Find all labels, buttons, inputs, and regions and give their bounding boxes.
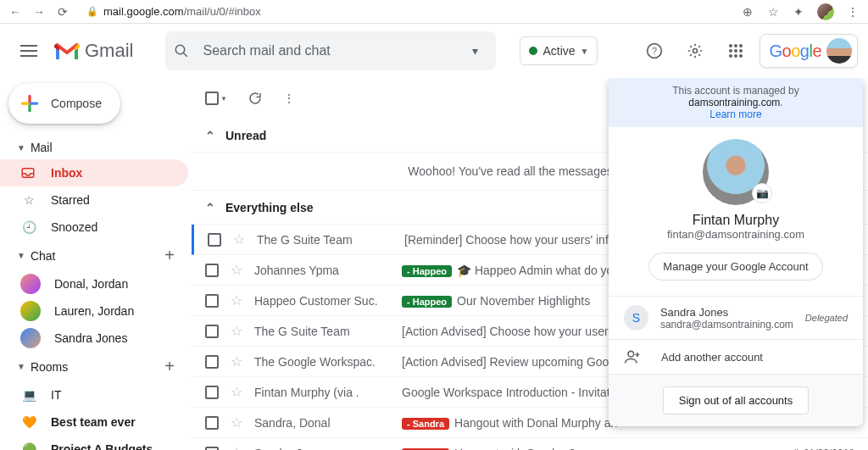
sidebar-item-starred[interactable]: ☆Starred bbox=[0, 186, 188, 214]
mail-sender: Johannes Ypma bbox=[254, 264, 390, 277]
google-account-button[interactable]: Google bbox=[760, 34, 858, 68]
mail-sender: Fintan Murphy (via . bbox=[254, 386, 390, 399]
svg-point-0 bbox=[176, 45, 186, 54]
mail-row[interactable]: ☆Sandra Jones- SandraHangout with Sandra… bbox=[192, 438, 868, 450]
extensions-icon[interactable]: ✦ bbox=[792, 5, 805, 19]
change-photo-button[interactable]: 📷 bbox=[752, 183, 772, 203]
account-avatar-icon bbox=[826, 38, 852, 64]
more-button[interactable]: ⋮ bbox=[283, 92, 295, 105]
sidebar-item-snoozed[interactable]: 🕘Snoozed bbox=[0, 214, 188, 241]
account-switcher-panel: This account is managed by damsontrainin… bbox=[609, 78, 863, 426]
star-button[interactable]: ☆ bbox=[231, 445, 242, 450]
chat-avatar-icon bbox=[20, 328, 41, 348]
settings-icon[interactable] bbox=[678, 34, 712, 68]
room-item[interactable]: 🟢Project A Budgets bbox=[0, 436, 188, 450]
user-email: fintan@damsontraining.com bbox=[626, 228, 846, 241]
label-chip: - Sandra bbox=[402, 418, 449, 430]
main-menu-button[interactable] bbox=[10, 32, 47, 69]
svg-point-6 bbox=[739, 44, 743, 47]
row-checkbox[interactable] bbox=[205, 294, 219, 308]
gmail-m-icon bbox=[54, 41, 80, 61]
clock-icon: 🕘 bbox=[20, 220, 37, 234]
row-checkbox[interactable] bbox=[205, 447, 219, 451]
sign-out-button[interactable]: Sign out of all accounts bbox=[663, 386, 809, 414]
svg-point-10 bbox=[729, 54, 732, 58]
chevron-down-icon: ▼ bbox=[17, 362, 25, 371]
kebab-icon[interactable]: ⋮ bbox=[846, 5, 860, 19]
section-rooms[interactable]: ▼Rooms+ bbox=[0, 352, 188, 381]
row-checkbox[interactable] bbox=[205, 386, 219, 399]
search-placeholder: Search mail and chat bbox=[203, 43, 462, 58]
bookmark-icon[interactable]: ☆ bbox=[766, 5, 780, 19]
forward-icon[interactable]: → bbox=[32, 5, 46, 19]
room-icon: 🧡 bbox=[20, 415, 37, 429]
chat-item[interactable]: Lauren, Jordan bbox=[0, 297, 188, 325]
mail-sender: Sandra, Donal bbox=[254, 416, 390, 430]
star-button[interactable]: ☆ bbox=[231, 292, 242, 308]
chevron-down-icon: ▼ bbox=[17, 251, 25, 260]
compose-button[interactable]: Compose bbox=[8, 83, 120, 124]
star-button[interactable]: ☆ bbox=[231, 323, 242, 339]
chevron-up-icon: ⌃ bbox=[205, 201, 215, 214]
section-mail[interactable]: ▼Mail bbox=[0, 136, 188, 159]
search-bar[interactable]: Search mail and chat ▾ bbox=[165, 31, 496, 70]
svg-text:?: ? bbox=[652, 46, 657, 56]
inbox-icon bbox=[20, 165, 37, 181]
back-icon[interactable]: ← bbox=[8, 5, 22, 19]
section-chat[interactable]: ▼Chat+ bbox=[0, 241, 188, 270]
chat-avatar-icon bbox=[20, 274, 41, 294]
svg-point-8 bbox=[734, 49, 737, 53]
mail-sender: The G Suite Team bbox=[254, 325, 390, 338]
person-add-icon bbox=[624, 348, 649, 365]
search-icon[interactable] bbox=[174, 43, 203, 58]
chevron-down-icon: ▼ bbox=[17, 143, 25, 153]
delegate-avatar-icon: S bbox=[624, 305, 648, 331]
row-checkbox[interactable] bbox=[208, 233, 221, 247]
sidebar: Compose ▼Mail Inbox ☆Starred 🕘Snoozed ▼C… bbox=[0, 78, 192, 450]
add-chat-button[interactable]: + bbox=[164, 246, 175, 265]
room-item[interactable]: 💻IT bbox=[0, 381, 188, 408]
room-item[interactable]: 🧡Best team ever bbox=[0, 408, 188, 436]
svg-point-4 bbox=[729, 44, 732, 47]
room-icon: 🟢 bbox=[20, 442, 37, 450]
managed-account-banner: This account is managed by damsontrainin… bbox=[609, 78, 863, 127]
status-chip[interactable]: Active ▼ bbox=[520, 36, 598, 65]
apps-grid-icon[interactable] bbox=[719, 34, 753, 68]
star-button[interactable]: ☆ bbox=[231, 384, 242, 400]
row-checkbox[interactable] bbox=[205, 325, 219, 338]
sidebar-item-inbox[interactable]: Inbox bbox=[0, 159, 188, 186]
add-room-button[interactable]: + bbox=[164, 357, 175, 376]
svg-point-3 bbox=[693, 49, 698, 53]
refresh-button[interactable] bbox=[248, 91, 263, 106]
add-account-button[interactable]: Add another account bbox=[609, 339, 863, 374]
delegated-account-row[interactable]: S Sandra Jones sandra@damsontraining.com… bbox=[609, 296, 863, 339]
star-button[interactable]: ☆ bbox=[231, 353, 242, 369]
chat-avatar-icon bbox=[20, 301, 41, 321]
learn-more-link[interactable]: Learn more bbox=[624, 108, 848, 120]
star-button[interactable]: ☆ bbox=[231, 414, 242, 431]
gmail-logo[interactable]: Gmail bbox=[54, 40, 159, 62]
row-checkbox[interactable] bbox=[205, 264, 219, 277]
manage-account-button[interactable]: Manage your Google Account bbox=[648, 253, 822, 281]
browser-chrome: ← → ⟳ 🔒 mail.google.com/mail/u/0/#inbox … bbox=[0, 0, 868, 24]
star-icon: ☆ bbox=[20, 193, 37, 207]
address-bar[interactable]: 🔒 mail.google.com/mail/u/0/#inbox bbox=[86, 5, 731, 18]
hamburger-icon bbox=[20, 45, 37, 57]
reload-icon[interactable]: ⟳ bbox=[56, 5, 70, 19]
star-button[interactable]: ☆ bbox=[233, 231, 245, 247]
row-checkbox[interactable] bbox=[205, 416, 219, 430]
star-button[interactable]: ☆ bbox=[231, 262, 242, 278]
row-checkbox[interactable] bbox=[205, 355, 219, 369]
mail-sender: The G Suite Team bbox=[257, 233, 392, 247]
help-icon[interactable]: ? bbox=[637, 34, 671, 68]
zoom-icon[interactable]: ⊕ bbox=[741, 5, 754, 19]
svg-point-14 bbox=[628, 351, 634, 357]
mail-sender: Sandra Jones bbox=[254, 447, 390, 451]
chat-item[interactable]: Sandra Jones bbox=[0, 325, 188, 352]
select-all-checkbox[interactable]: ▼ bbox=[205, 92, 227, 105]
hangouts-icon: ❝ bbox=[793, 447, 798, 451]
search-options-icon[interactable]: ▾ bbox=[462, 44, 487, 58]
chat-item[interactable]: Donal, Jordan bbox=[0, 270, 188, 297]
status-dot-icon bbox=[529, 47, 537, 55]
profile-avatar-icon[interactable] bbox=[817, 3, 834, 20]
